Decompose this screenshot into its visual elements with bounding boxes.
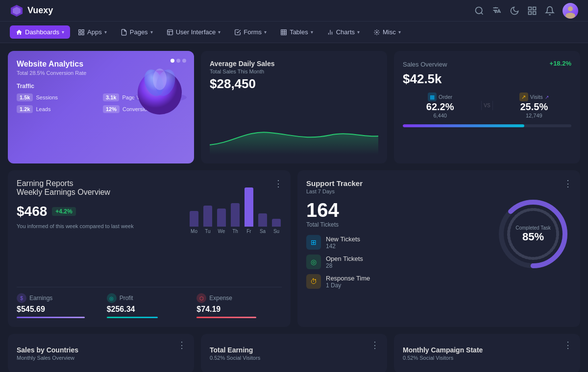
avatar[interactable] xyxy=(563,3,578,19)
search-icon[interactable] xyxy=(474,6,484,16)
earning-more-icon[interactable]: ⋮ xyxy=(274,178,283,189)
dot-3 xyxy=(182,59,186,63)
bar-We: We xyxy=(217,209,226,234)
sessions-label: Sessions xyxy=(36,94,58,100)
bell-icon[interactable] xyxy=(545,6,555,16)
svg-rect-12 xyxy=(79,33,81,35)
countries-more-icon[interactable]: ⋮ xyxy=(177,340,186,350)
progress-bar xyxy=(403,124,571,127)
support-tracker-card: ⋮ Support Tracker Last 7 Days 164 Total … xyxy=(297,170,580,327)
vs-section: ▦ Order 62.2% 6,440 VS ↗ Visits ↗ 25.5% xyxy=(403,93,571,118)
earnings-bar xyxy=(17,317,85,318)
svg-rect-7 xyxy=(533,11,536,14)
leads-badge: 1.2k xyxy=(17,105,33,113)
gauge-text: Completed Task 85% xyxy=(515,225,551,243)
daily-sales-chart xyxy=(210,116,378,155)
nav-misc[interactable]: Misc ▾ xyxy=(368,25,407,39)
nav-ui[interactable]: User Interface ▾ xyxy=(161,25,227,39)
visits-label: ↗ Visits ↗ xyxy=(497,93,571,101)
earnings-icon: $ xyxy=(17,293,26,303)
daily-sales-subtitle: Total Sales This Month xyxy=(210,69,378,74)
sales-countries-card: ⋮ Sales by Countries Monthly Sales Overv… xyxy=(8,334,194,372)
profit-metric: ◎ Profit $256.34 xyxy=(107,293,192,318)
bar-Su: Su xyxy=(272,219,281,234)
ticket-response-icon: ⏱ xyxy=(306,274,321,289)
order-pct: 62.2% xyxy=(403,101,477,113)
nav-pages[interactable]: Pages ▾ xyxy=(115,25,159,39)
overview-change: +18.2% xyxy=(550,60,571,67)
row2: ⋮ Earning Reports Weekly Earnings Overvi… xyxy=(8,170,580,327)
ticket-response: ⏱ Response Time 1 Day xyxy=(306,274,571,289)
visits-col: ↗ Visits ↗ 25.5% 12,749 xyxy=(497,93,571,118)
ticket-new-icon: ⊞ xyxy=(306,235,321,250)
nav-forms[interactable]: Forms ▾ xyxy=(228,25,272,39)
profit-value: $256.34 xyxy=(107,305,192,314)
nav-tables[interactable]: Tables ▾ xyxy=(274,25,319,39)
total-earning-card: ⋮ Total Earning 0.52% Social Visitors xyxy=(201,334,387,372)
grid-icon[interactable] xyxy=(527,6,537,16)
analytics-card: Website Analytics Total 28.5% Conversion… xyxy=(8,51,194,163)
overview-label: Sales Overview xyxy=(403,61,447,68)
campaign-title: Monthly Campaign State xyxy=(403,346,571,354)
earnings-metric: $ Earnings $545.69 xyxy=(17,293,102,318)
svg-point-8 xyxy=(568,6,573,11)
earning-more-icon2[interactable]: ⋮ xyxy=(370,340,379,350)
overview-amount: $42.5k xyxy=(403,71,571,87)
dot-2 xyxy=(176,59,180,63)
visits-pct: 25.5% xyxy=(497,101,571,113)
dot-indicators xyxy=(171,59,186,63)
svg-point-9 xyxy=(565,13,575,19)
monthly-campaign-card: ⋮ Monthly Campaign State 0.52% Social Vi… xyxy=(394,334,580,372)
topbar-left: Vuexy xyxy=(10,4,53,18)
profit-bar xyxy=(107,317,158,318)
topbar: Vuexy xyxy=(0,0,588,22)
svg-rect-10 xyxy=(79,29,81,31)
expense-icon: ⬡ xyxy=(196,293,206,303)
daily-sales-amount: $28,450 xyxy=(210,76,378,92)
svg-rect-13 xyxy=(82,33,84,35)
dot-1 xyxy=(171,59,174,63)
expense-bar xyxy=(196,317,256,318)
svg-rect-6 xyxy=(529,11,532,14)
progress-fill xyxy=(403,124,524,127)
svg-rect-11 xyxy=(82,29,84,31)
conversions-badge: 12% xyxy=(103,105,120,113)
nav-apps[interactable]: Apps ▾ xyxy=(72,25,113,39)
nav-charts[interactable]: Charts ▾ xyxy=(321,25,366,39)
profit-icon: ◎ xyxy=(107,293,117,303)
svg-rect-14 xyxy=(167,29,172,35)
order-icon: ▦ xyxy=(428,93,437,101)
traffic-leads: 1.2k Leads xyxy=(17,105,99,113)
expense-metric: ⬡ Expense $74.19 xyxy=(196,293,282,318)
vs-divider: VS xyxy=(481,101,492,110)
main-content: Website Analytics Total 28.5% Conversion… xyxy=(0,43,588,372)
countries-subtitle: Monthly Sales Overview xyxy=(17,355,185,361)
nav-dashboards[interactable]: Dashboards ▾ xyxy=(10,25,70,39)
total-earning-subtitle: 0.52% Social Visitors xyxy=(210,355,378,361)
analytics-sphere xyxy=(130,66,189,124)
navbar: Dashboards ▾ Apps ▾ Pages ▾ User Interfa… xyxy=(0,22,588,43)
translate-icon[interactable] xyxy=(492,6,502,16)
sessions-badge: 1.5k xyxy=(17,93,33,101)
campaign-more-icon[interactable]: ⋮ xyxy=(564,340,572,350)
support-title: Support Tracker xyxy=(306,179,571,187)
support-subtitle: Last 7 Days xyxy=(306,188,571,194)
bar-Sa: Sa xyxy=(258,213,267,234)
row3: ⋮ Sales by Countries Monthly Sales Overv… xyxy=(8,334,580,372)
svg-point-23 xyxy=(153,69,167,90)
ticket-open-icon: ◎ xyxy=(306,255,321,269)
order-col: ▦ Order 62.2% 6,440 xyxy=(403,93,477,118)
external-link-icon[interactable]: ↗ xyxy=(545,94,549,100)
support-more-icon[interactable]: ⋮ xyxy=(564,178,572,189)
bar-Mo: Mo xyxy=(190,211,198,234)
order-num: 6,440 xyxy=(403,113,477,118)
bar-Tu: Tu xyxy=(203,206,212,234)
campaign-subtitle: 0.52% Social Visitors xyxy=(403,355,571,361)
earnings-value: $545.69 xyxy=(17,305,102,314)
traffic-sessions: 1.5k Sessions xyxy=(17,93,99,101)
expense-value: $74.19 xyxy=(196,305,282,314)
moon-icon[interactable] xyxy=(510,6,519,16)
svg-rect-4 xyxy=(529,7,532,10)
pageviews-badge: 3.1k xyxy=(103,93,119,101)
svg-point-2 xyxy=(476,7,482,13)
